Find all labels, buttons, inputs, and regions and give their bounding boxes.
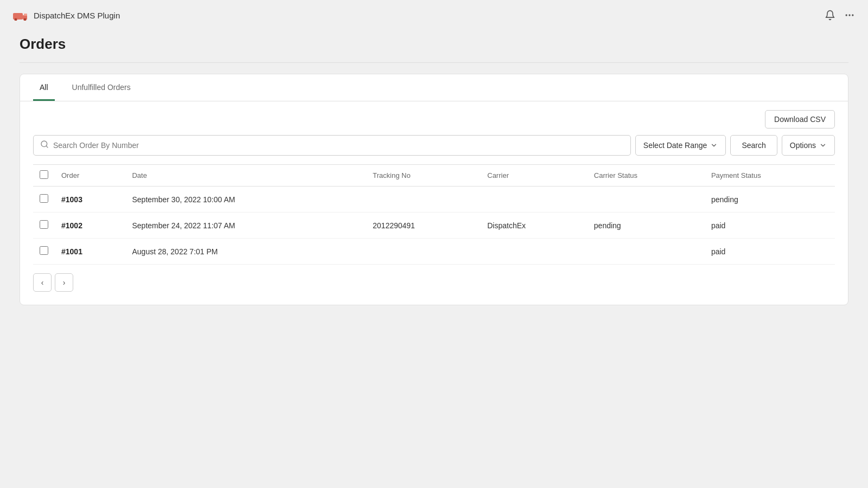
table-header: Order Date Tracking No Carrier Carrier S…: [33, 165, 835, 187]
row-tracking-no: [366, 239, 481, 265]
date-range-label: Select Date Range: [643, 141, 707, 150]
orders-table: Order Date Tracking No Carrier Carrier S…: [33, 164, 835, 265]
row-checkbox-cell: [33, 187, 55, 213]
top-bar: DispatchEx DMS Plugin: [0, 0, 868, 30]
svg-point-5: [846, 14, 847, 16]
header-checkbox-cell: [33, 165, 55, 187]
notifications-button[interactable]: [825, 10, 835, 21]
svg-point-7: [852, 14, 853, 16]
prev-icon: ‹: [41, 278, 44, 287]
row-order-number: #1001: [55, 239, 125, 265]
row-date: August 28, 2022 7:01 PM: [125, 239, 366, 265]
date-range-button[interactable]: Select Date Range: [635, 135, 726, 156]
top-bar-left: DispatchEx DMS Plugin: [13, 10, 120, 21]
select-all-checkbox[interactable]: [40, 170, 48, 179]
top-bar-right: [825, 10, 855, 21]
table-row: #1001 August 28, 2022 7:01 PM paid: [33, 239, 835, 265]
row-checkbox[interactable]: [40, 246, 48, 255]
search-icon: [40, 140, 49, 151]
search-area: Select Date Range Search Options: [20, 135, 848, 164]
header-payment-status: Payment Status: [705, 165, 835, 187]
search-input-wrapper: [33, 135, 631, 156]
tab-unfulfilled-orders[interactable]: Unfulfilled Orders: [66, 74, 137, 101]
options-chevron-icon: [819, 142, 827, 149]
row-tracking-no: [366, 187, 481, 213]
header-carrier: Carrier: [481, 165, 588, 187]
svg-rect-2: [24, 14, 27, 16]
row-date: September 30, 2022 10:00 AM: [125, 187, 366, 213]
page-content: Orders All Unfulfilled Orders Download C…: [0, 30, 868, 325]
header-order: Order: [55, 165, 125, 187]
toolbar: Download CSV: [20, 101, 848, 135]
svg-rect-0: [13, 13, 23, 20]
row-checkbox[interactable]: [40, 220, 48, 229]
table-wrapper: Order Date Tracking No Carrier Carrier S…: [20, 164, 848, 265]
svg-point-6: [848, 14, 850, 16]
row-carrier: [481, 239, 588, 265]
table-row: #1002 September 24, 2022 11:07 AM 201229…: [33, 213, 835, 239]
app-title: DispatchEx DMS Plugin: [34, 11, 120, 20]
title-divider: [20, 62, 848, 63]
app-logo-icon: [13, 10, 28, 21]
row-tracking-no: 2012290491: [366, 213, 481, 239]
more-options-button[interactable]: [844, 10, 855, 21]
row-order-number: #1002: [55, 213, 125, 239]
search-button[interactable]: Search: [730, 135, 777, 156]
search-order-input[interactable]: [53, 136, 624, 155]
row-payment-status: paid: [705, 213, 835, 239]
options-label: Options: [790, 141, 816, 150]
page-title: Orders: [20, 36, 848, 53]
prev-page-button[interactable]: ‹: [33, 273, 52, 292]
row-carrier-status: [588, 239, 705, 265]
next-icon: ›: [63, 278, 66, 287]
bell-icon: [825, 10, 835, 21]
row-carrier: [481, 187, 588, 213]
download-csv-button[interactable]: Download CSV: [765, 110, 835, 129]
row-carrier-status: [588, 187, 705, 213]
row-payment-status: pending: [705, 187, 835, 213]
options-button[interactable]: Options: [782, 135, 835, 156]
header-tracking-no: Tracking No: [366, 165, 481, 187]
pagination: ‹ ›: [20, 265, 848, 292]
tabs-container: All Unfulfilled Orders: [20, 74, 848, 101]
row-order-number: #1003: [55, 187, 125, 213]
chevron-down-icon: [710, 142, 718, 149]
header-carrier-status: Carrier Status: [588, 165, 705, 187]
next-page-button[interactable]: ›: [55, 273, 73, 292]
svg-line-9: [46, 146, 48, 147]
table-body: #1003 September 30, 2022 10:00 AM pendin…: [33, 187, 835, 265]
row-checkbox-cell: [33, 239, 55, 265]
table-row: #1003 September 30, 2022 10:00 AM pendin…: [33, 187, 835, 213]
row-carrier: DispatchEx: [481, 213, 588, 239]
ellipsis-icon: [844, 10, 855, 21]
row-checkbox-cell: [33, 213, 55, 239]
orders-card: All Unfulfilled Orders Download CSV Sele…: [20, 74, 848, 305]
row-carrier-status: pending: [588, 213, 705, 239]
row-checkbox[interactable]: [40, 194, 48, 203]
header-date: Date: [125, 165, 366, 187]
tab-all[interactable]: All: [33, 74, 55, 101]
row-payment-status: paid: [705, 239, 835, 265]
row-date: September 24, 2022 11:07 AM: [125, 213, 366, 239]
